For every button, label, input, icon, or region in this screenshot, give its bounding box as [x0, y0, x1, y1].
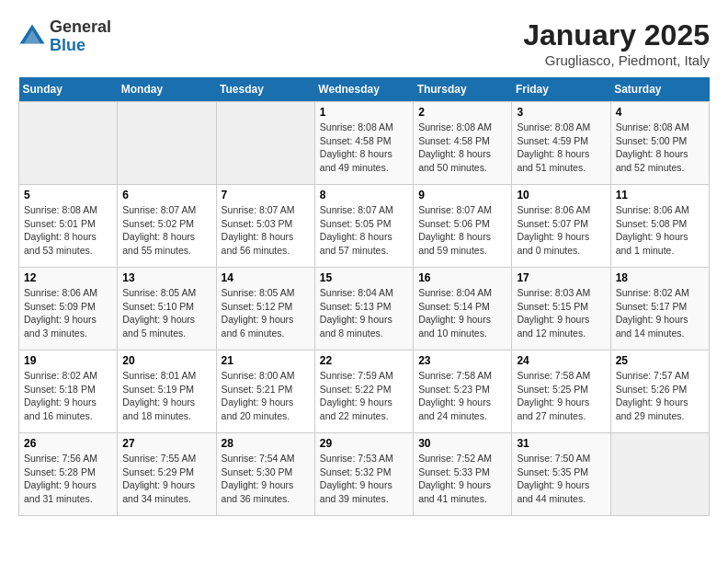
calendar-cell: 27Sunrise: 7:55 AM Sunset: 5:29 PM Dayli…: [118, 433, 216, 516]
calendar-cell: 15Sunrise: 8:04 AM Sunset: 5:13 PM Dayli…: [314, 268, 413, 350]
calendar-cell: 31Sunrise: 7:50 AM Sunset: 5:35 PM Dayli…: [512, 433, 610, 516]
weekday-header-friday: Friday: [512, 77, 610, 102]
day-number: 21: [222, 354, 310, 367]
day-number: 24: [517, 354, 605, 367]
calendar-table: SundayMondayTuesdayWednesdayThursdayFrid…: [18, 77, 710, 516]
weekday-header-monday: Monday: [118, 77, 216, 102]
day-info: Sunrise: 7:52 AM Sunset: 5:33 PM Dayligh…: [418, 452, 506, 506]
day-info: Sunrise: 8:05 AM Sunset: 5:10 PM Dayligh…: [122, 286, 210, 340]
calendar-cell: 7Sunrise: 8:07 AM Sunset: 5:03 PM Daylig…: [216, 185, 314, 268]
calendar-cell: 19Sunrise: 8:02 AM Sunset: 5:18 PM Dayli…: [19, 350, 118, 433]
calendar-cell: 12Sunrise: 8:06 AM Sunset: 5:09 PM Dayli…: [19, 268, 118, 350]
calendar-cell: 18Sunrise: 8:02 AM Sunset: 5:17 PM Dayli…: [610, 268, 709, 350]
calendar-week-row: 5Sunrise: 8:08 AM Sunset: 5:01 PM Daylig…: [19, 185, 710, 268]
calendar-cell: 1Sunrise: 8:08 AM Sunset: 4:58 PM Daylig…: [314, 102, 413, 185]
day-number: 9: [418, 189, 506, 201]
calendar-cell: 28Sunrise: 7:54 AM Sunset: 5:30 PM Dayli…: [216, 433, 314, 516]
day-info: Sunrise: 7:56 AM Sunset: 5:28 PM Dayligh…: [24, 452, 112, 506]
subtitle: Grugliasco, Piedmont, Italy: [523, 52, 710, 68]
calendar-week-row: 26Sunrise: 7:56 AM Sunset: 5:28 PM Dayli…: [19, 433, 710, 516]
day-number: 27: [122, 437, 210, 450]
logo-icon: [18, 23, 46, 51]
calendar-cell: 3Sunrise: 8:08 AM Sunset: 4:59 PM Daylig…: [512, 102, 610, 185]
calendar-cell: 2Sunrise: 8:08 AM Sunset: 4:58 PM Daylig…: [414, 102, 512, 185]
calendar-cell: 21Sunrise: 8:00 AM Sunset: 5:21 PM Dayli…: [216, 350, 314, 433]
day-number: 4: [616, 106, 704, 119]
day-info: Sunrise: 8:08 AM Sunset: 5:00 PM Dayligh…: [616, 121, 704, 175]
day-number: 11: [616, 189, 704, 201]
calendar-cell: [19, 102, 118, 185]
day-number: 14: [222, 271, 310, 284]
day-info: Sunrise: 8:01 AM Sunset: 5:19 PM Dayligh…: [122, 369, 210, 423]
day-number: 12: [24, 271, 112, 284]
logo: General Blue: [18, 18, 111, 55]
day-info: Sunrise: 8:07 AM Sunset: 5:06 PM Dayligh…: [418, 203, 506, 258]
day-info: Sunrise: 7:55 AM Sunset: 5:29 PM Dayligh…: [122, 452, 210, 506]
calendar-cell: 25Sunrise: 7:57 AM Sunset: 5:26 PM Dayli…: [610, 350, 709, 433]
calendar-cell: [610, 433, 709, 516]
calendar-cell: 6Sunrise: 8:07 AM Sunset: 5:02 PM Daylig…: [118, 185, 216, 268]
day-number: 3: [517, 106, 605, 119]
weekday-header-sunday: Sunday: [19, 77, 118, 102]
page-header: General Blue January 2025 Grugliasco, Pi…: [18, 18, 710, 68]
day-number: 2: [418, 106, 506, 119]
calendar-cell: 14Sunrise: 8:05 AM Sunset: 5:12 PM Dayli…: [216, 268, 314, 350]
calendar-week-row: 1Sunrise: 8:08 AM Sunset: 4:58 PM Daylig…: [19, 102, 710, 185]
day-number: 31: [517, 437, 605, 450]
day-number: 13: [122, 271, 210, 284]
logo-text: General Blue: [50, 18, 111, 55]
day-info: Sunrise: 8:08 AM Sunset: 4:58 PM Dayligh…: [320, 121, 408, 175]
day-info: Sunrise: 8:02 AM Sunset: 5:17 PM Dayligh…: [616, 286, 704, 340]
day-info: Sunrise: 8:04 AM Sunset: 5:13 PM Dayligh…: [320, 286, 408, 340]
day-info: Sunrise: 8:08 AM Sunset: 5:01 PM Dayligh…: [24, 203, 112, 258]
day-number: 20: [122, 354, 210, 367]
calendar-week-row: 19Sunrise: 8:02 AM Sunset: 5:18 PM Dayli…: [19, 350, 710, 433]
day-info: Sunrise: 7:54 AM Sunset: 5:30 PM Dayligh…: [222, 452, 310, 506]
day-info: Sunrise: 8:02 AM Sunset: 5:18 PM Dayligh…: [24, 369, 112, 423]
day-info: Sunrise: 8:04 AM Sunset: 5:14 PM Dayligh…: [418, 286, 506, 340]
calendar-cell: [216, 102, 314, 185]
calendar-cell: 29Sunrise: 7:53 AM Sunset: 5:32 PM Dayli…: [314, 433, 413, 516]
day-info: Sunrise: 8:07 AM Sunset: 5:03 PM Dayligh…: [222, 203, 310, 258]
day-info: Sunrise: 8:06 AM Sunset: 5:08 PM Dayligh…: [616, 203, 704, 258]
day-number: 6: [122, 189, 210, 201]
day-info: Sunrise: 7:50 AM Sunset: 5:35 PM Dayligh…: [517, 452, 605, 506]
logo-blue-text: Blue: [50, 37, 111, 55]
day-info: Sunrise: 8:03 AM Sunset: 5:15 PM Dayligh…: [517, 286, 605, 340]
calendar-cell: 16Sunrise: 8:04 AM Sunset: 5:14 PM Dayli…: [414, 268, 512, 350]
calendar-cell: 22Sunrise: 7:59 AM Sunset: 5:22 PM Dayli…: [314, 350, 413, 433]
day-number: 1: [320, 106, 408, 119]
calendar-cell: 13Sunrise: 8:05 AM Sunset: 5:10 PM Dayli…: [118, 268, 216, 350]
day-number: 16: [418, 271, 506, 284]
day-number: 8: [320, 189, 408, 201]
day-info: Sunrise: 7:59 AM Sunset: 5:22 PM Dayligh…: [320, 369, 408, 423]
day-info: Sunrise: 7:57 AM Sunset: 5:26 PM Dayligh…: [616, 369, 704, 423]
calendar-cell: 24Sunrise: 7:58 AM Sunset: 5:25 PM Dayli…: [512, 350, 610, 433]
calendar-cell: 5Sunrise: 8:08 AM Sunset: 5:01 PM Daylig…: [19, 185, 118, 268]
day-info: Sunrise: 8:06 AM Sunset: 5:09 PM Dayligh…: [24, 286, 112, 340]
weekday-header-wednesday: Wednesday: [314, 77, 413, 102]
day-number: 19: [24, 354, 112, 367]
day-info: Sunrise: 7:58 AM Sunset: 5:23 PM Dayligh…: [418, 369, 506, 423]
day-number: 22: [320, 354, 408, 367]
day-info: Sunrise: 8:06 AM Sunset: 5:07 PM Dayligh…: [517, 203, 605, 258]
calendar-cell: 11Sunrise: 8:06 AM Sunset: 5:08 PM Dayli…: [610, 185, 709, 268]
day-info: Sunrise: 8:07 AM Sunset: 5:05 PM Dayligh…: [320, 203, 408, 258]
day-number: 15: [320, 271, 408, 284]
day-info: Sunrise: 8:05 AM Sunset: 5:12 PM Dayligh…: [222, 286, 310, 340]
weekday-header-saturday: Saturday: [610, 77, 709, 102]
day-info: Sunrise: 7:58 AM Sunset: 5:25 PM Dayligh…: [517, 369, 605, 423]
day-number: 10: [517, 189, 605, 201]
main-title: January 2025: [523, 18, 710, 52]
day-number: 26: [24, 437, 112, 450]
day-info: Sunrise: 8:00 AM Sunset: 5:21 PM Dayligh…: [222, 369, 310, 423]
calendar-week-row: 12Sunrise: 8:06 AM Sunset: 5:09 PM Dayli…: [19, 268, 710, 350]
calendar-cell: 20Sunrise: 8:01 AM Sunset: 5:19 PM Dayli…: [118, 350, 216, 433]
day-number: 7: [222, 189, 310, 201]
title-block: January 2025 Grugliasco, Piedmont, Italy: [523, 18, 710, 68]
day-number: 23: [418, 354, 506, 367]
day-info: Sunrise: 8:08 AM Sunset: 4:58 PM Dayligh…: [418, 121, 506, 175]
day-number: 18: [616, 271, 704, 284]
day-info: Sunrise: 8:07 AM Sunset: 5:02 PM Dayligh…: [122, 203, 210, 258]
calendar-cell: 9Sunrise: 8:07 AM Sunset: 5:06 PM Daylig…: [414, 185, 512, 268]
